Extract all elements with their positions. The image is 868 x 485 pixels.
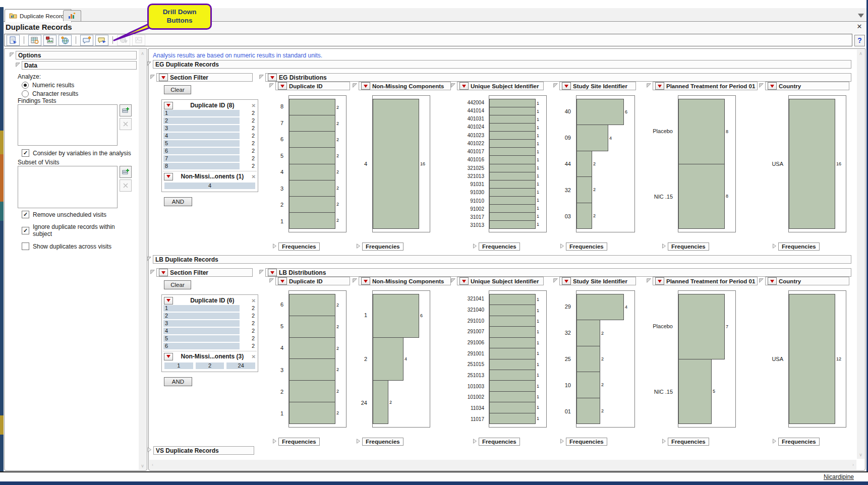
histogram-bar[interactable]	[489, 139, 536, 148]
filter-row[interactable]: 22	[163, 313, 256, 319]
frequencies-button[interactable]: Frequencies	[278, 438, 320, 446]
transfer-note-icon[interactable]	[95, 35, 108, 46]
copy-picture-icon[interactable]	[43, 35, 56, 46]
histogram-bar[interactable]	[489, 164, 536, 172]
and-button[interactable]: AND	[164, 197, 192, 206]
histogram-bar[interactable]	[489, 220, 536, 229]
filter-bar[interactable]	[163, 155, 240, 162]
radio-option[interactable]: Numeric results	[22, 82, 78, 89]
disclosure-collapsed-icon[interactable]	[661, 242, 667, 250]
histogram-bar[interactable]	[289, 337, 335, 359]
help-button[interactable]: ?	[854, 35, 865, 46]
disclosure-collapsed-icon[interactable]	[271, 438, 278, 445]
frequencies-button[interactable]: Frequencies	[479, 438, 520, 446]
red-triangle-menu-icon[interactable]	[164, 297, 173, 305]
tab-duplicate-records[interactable]: Duplicate Records	[5, 9, 72, 22]
histogram-bar[interactable]	[289, 180, 335, 197]
histogram-bar[interactable]	[489, 155, 536, 164]
disclosure-open-icon[interactable]	[352, 277, 358, 284]
red-triangle-menu-icon[interactable]	[278, 277, 287, 285]
histogram-bar[interactable]	[289, 164, 335, 180]
tab-report-preview[interactable]	[63, 10, 81, 21]
red-triangle-menu-icon[interactable]	[655, 82, 664, 90]
histogram-bar[interactable]	[489, 294, 536, 305]
filter-row[interactable]: 82	[163, 163, 256, 169]
red-triangle-menu-icon[interactable]	[459, 277, 469, 285]
red-triangle-menu-icon[interactable]	[159, 74, 168, 81]
red-triangle-menu-icon[interactable]	[361, 277, 370, 285]
histogram-bar[interactable]	[489, 115, 536, 124]
disclosure-open-icon[interactable]	[146, 255, 152, 262]
study-link[interactable]: Nicardipine	[824, 473, 854, 480]
disclosure-collapsed-icon[interactable]	[559, 242, 565, 250]
histogram-bar[interactable]	[289, 316, 335, 338]
histogram-bar[interactable]	[289, 380, 335, 402]
frequencies-button[interactable]: Frequencies	[668, 242, 709, 251]
clear-button[interactable]: Clear	[164, 85, 191, 94]
histogram-bar[interactable]	[489, 359, 536, 370]
filter-segment[interactable]: 4	[164, 183, 255, 189]
disclosure-collapsed-icon[interactable]	[559, 438, 565, 445]
disclosure-open-icon[interactable]	[450, 277, 456, 284]
disclosure-collapsed-icon[interactable]	[771, 242, 778, 250]
frequencies-button[interactable]: Frequencies	[479, 242, 520, 251]
disclosure-collapsed-icon[interactable]	[355, 438, 362, 445]
histogram-bar[interactable]	[489, 380, 536, 391]
filter-row[interactable]: 52	[163, 140, 256, 147]
disclosure-collapsed-icon[interactable]	[771, 438, 778, 445]
close-icon[interactable]: ✕	[855, 23, 863, 30]
filter-row[interactable]: 12	[163, 305, 256, 312]
disclosure-collapsed-icon[interactable]	[146, 446, 153, 453]
disclosure-open-icon[interactable]	[352, 82, 358, 89]
histogram-bar[interactable]	[489, 391, 536, 402]
histogram-bar[interactable]	[489, 204, 536, 213]
filter-bar[interactable]	[163, 313, 240, 319]
histogram-bar[interactable]	[289, 294, 335, 316]
disclosure-open-icon[interactable]	[552, 277, 559, 284]
histogram-bar[interactable]	[489, 413, 536, 424]
report-horizontal-scrollbar[interactable]: ‹›	[149, 460, 856, 470]
disclosure-open-icon[interactable]	[258, 73, 265, 80]
disclosure-open-icon[interactable]	[268, 277, 275, 284]
disclosure-open-icon[interactable]	[450, 82, 456, 89]
red-triangle-menu-icon[interactable]	[562, 277, 571, 285]
filter-segment[interactable]: 1	[164, 362, 193, 369]
histogram-bar[interactable]	[373, 99, 419, 229]
histogram-bar[interactable]	[489, 180, 536, 189]
data-table-find-icon[interactable]	[28, 35, 41, 46]
filter-bar[interactable]	[163, 117, 240, 124]
window-menu-icon[interactable]	[858, 14, 864, 18]
add-item-button[interactable]	[120, 104, 132, 116]
red-triangle-menu-icon[interactable]	[159, 269, 168, 276]
disclosure-open-icon[interactable]	[552, 82, 559, 89]
histogram-bar[interactable]	[289, 212, 335, 229]
disclosure-open-icon[interactable]	[149, 73, 156, 80]
filter-bar[interactable]	[163, 140, 240, 147]
histogram-bar[interactable]	[576, 151, 592, 177]
checkbox-option[interactable]: ✓Ignore duplicate records within subject	[22, 223, 136, 237]
histogram-bar[interactable]	[678, 164, 725, 229]
checkbox-icon[interactable]: ✓	[22, 149, 29, 157]
histogram-bar[interactable]	[678, 294, 725, 359]
red-triangle-menu-icon[interactable]	[768, 82, 777, 90]
histogram-bar[interactable]	[576, 372, 600, 398]
filter-row[interactable]: 22	[163, 117, 256, 124]
histogram-bar[interactable]	[373, 294, 419, 338]
disclosure-collapsed-icon[interactable]	[355, 242, 362, 250]
disclosure-open-icon[interactable]	[258, 268, 265, 275]
disclosure-collapsed-icon[interactable]	[472, 438, 478, 445]
filter-bar[interactable]	[163, 328, 240, 334]
histogram-bar[interactable]	[576, 125, 608, 151]
histogram-bar[interactable]	[289, 147, 335, 164]
checkbox-option[interactable]: ✓Consider by variables in the analysis	[22, 149, 131, 157]
red-triangle-menu-icon[interactable]	[164, 173, 173, 180]
histogram-bar[interactable]	[289, 115, 335, 132]
filter-row[interactable]: 32	[163, 320, 256, 327]
filter-bar[interactable]	[163, 320, 240, 327]
subset-of-visits-list[interactable]	[18, 166, 118, 208]
close-icon[interactable]: ✕	[252, 298, 256, 304]
new-note-icon[interactable]	[80, 35, 93, 46]
radio-option[interactable]: Character results	[22, 90, 78, 97]
disclosure-collapsed-icon[interactable]	[472, 242, 478, 250]
histogram-bar[interactable]	[373, 337, 403, 381]
